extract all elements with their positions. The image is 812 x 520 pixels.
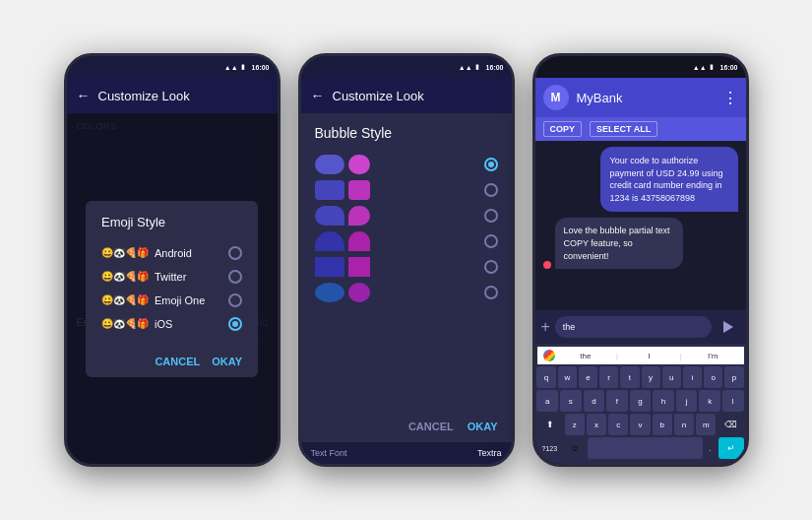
back-button-1[interactable]: ← (77, 88, 91, 103)
key-delete[interactable]: ⌫ (718, 414, 743, 435)
key-d[interactable]: d (584, 390, 605, 412)
key-s[interactable]: s (560, 390, 582, 412)
bubble-okay-button[interactable]: OKAY (468, 421, 498, 432)
key-o[interactable]: o (704, 366, 722, 388)
key-h[interactable]: h (653, 390, 674, 412)
bubble-radio-2[interactable] (484, 183, 498, 197)
bubble-shape-5a (315, 257, 344, 277)
key-a[interactable]: a (536, 390, 558, 412)
key-c[interactable]: c (608, 414, 628, 435)
status-bar-3: ▲▲ ▮ 16:00 (535, 56, 746, 78)
key-u[interactable]: u (662, 366, 681, 388)
emoji-icons-ios: 😀🐼🍕🎁 (101, 318, 149, 329)
key-numbers[interactable]: ?123 (537, 437, 563, 459)
sms-menu-icon[interactable]: ⋮ (722, 89, 738, 107)
app-title-2: Customize Look (333, 89, 424, 103)
status-icons-3: ▲▲ ▮ 16:00 (693, 63, 738, 71)
dialog-overlay-1: Emoji Style 😀🐼🍕🎁 Android (67, 113, 278, 464)
key-q[interactable]: q (536, 366, 555, 388)
key-z[interactable]: z (565, 414, 585, 435)
bubble-style-dialog: Bubble Style (301, 113, 512, 442)
key-n[interactable]: n (674, 414, 694, 435)
key-l[interactable]: l (722, 390, 744, 412)
bubble-dialog-title: Bubble Style (315, 125, 498, 141)
copy-button[interactable]: COPY (543, 121, 583, 137)
sms-input-field[interactable]: the (555, 316, 712, 338)
emoji-option-emojione[interactable]: 😀🐼🍕🎁 Emoji One (101, 289, 242, 312)
key-emoji[interactable]: ☺ (564, 437, 586, 459)
key-x[interactable]: x (587, 414, 606, 435)
emoji-option-android[interactable]: 😀🐼🍕🎁 Android (101, 241, 242, 265)
bubble-shape-5b (348, 257, 370, 277)
key-k[interactable]: k (699, 390, 720, 412)
sent-message-text-1: Your code to authorize payment of USD 24… (610, 156, 723, 203)
copy-action-bar: COPY SELECT ALL (535, 117, 746, 141)
key-w[interactable]: w (558, 366, 577, 388)
key-space[interactable] (588, 437, 702, 459)
phone3-content: M MyBank ⋮ COPY SELECT ALL Your code to … (535, 78, 746, 464)
suggestion-2[interactable]: I (624, 352, 674, 360)
bubble-option-4[interactable] (315, 231, 498, 251)
key-i[interactable]: i (683, 366, 702, 388)
key-period[interactable]: . (705, 437, 717, 459)
key-m[interactable]: m (696, 414, 716, 435)
key-enter[interactable]: ↵ (718, 437, 744, 459)
bubble-option-2[interactable] (315, 180, 498, 200)
key-shift[interactable]: ⬆ (537, 414, 563, 435)
key-t[interactable]: t (620, 366, 639, 388)
bubble-radio-3[interactable] (484, 209, 498, 223)
bubble-cancel-button[interactable]: CANCEL (408, 421, 454, 432)
bubble-radio-4[interactable] (484, 234, 498, 248)
dialog-title-1: Emoji Style (101, 215, 242, 229)
emoji-option-ios[interactable]: 😀🐼🍕🎁 iOS (101, 312, 242, 336)
app-title-1: Customize Look (98, 89, 190, 103)
suggestion-3[interactable]: I'm (688, 352, 738, 360)
sms-send-button[interactable] (717, 315, 740, 339)
okay-button-1[interactable]: OKAY (212, 356, 242, 367)
emoji-label-twitter: Twitter (155, 271, 186, 283)
cancel-button-1[interactable]: CANCEL (155, 356, 200, 367)
radio-emojione[interactable] (228, 293, 242, 307)
key-j[interactable]: j (676, 390, 698, 412)
radio-ios[interactable] (228, 317, 242, 331)
bubble-radio-6[interactable] (484, 286, 498, 299)
key-r[interactable]: r (599, 366, 618, 388)
bubble-radio-1[interactable] (484, 158, 498, 171)
key-p[interactable]: p (724, 366, 743, 388)
bubble-pair-2 (315, 180, 370, 200)
phone2-bottom-row: Text Font Textra (311, 448, 502, 458)
emoji-icons-android: 😀🐼🍕🎁 (101, 247, 149, 258)
received-message-1: Love the bubble partial text COPY featur… (555, 218, 683, 269)
bubble-option-1[interactable] (315, 155, 498, 174)
suggestion-1[interactable]: the (561, 352, 611, 360)
emoji-option-twitter[interactable]: 😀🐼🍕🎁 Twitter (101, 265, 242, 289)
recv-dot (543, 261, 551, 269)
phones-container: ▲▲ ▮ 16:00 ← Customize Look Colors Emoji… (54, 43, 759, 477)
key-f[interactable]: f (606, 390, 628, 412)
key-y[interactable]: y (642, 366, 660, 388)
phone-3: ▲▲ ▮ 16:00 M MyBank ⋮ COPY SELECT ALL (532, 53, 749, 467)
app-screen-1: Colors Emoji Style 😀🐼🍕🎁 Android (67, 113, 278, 464)
radio-twitter[interactable] (228, 270, 242, 284)
app-header-2: ← Customize Look (301, 78, 512, 113)
emoji-label-ios: iOS (155, 318, 172, 330)
recv-message-text-1: Love the bubble partial text COPY featur… (564, 226, 670, 260)
key-g[interactable]: g (630, 390, 652, 412)
key-e[interactable]: e (579, 366, 597, 388)
bubble-shape-6a (315, 283, 344, 302)
bubble-radio-5[interactable] (484, 260, 498, 274)
radio-android[interactable] (228, 246, 242, 260)
key-b[interactable]: b (653, 414, 672, 435)
google-suggestions-bar: the | I | I'm (537, 347, 744, 364)
sms-plus-icon[interactable]: + (541, 318, 550, 336)
contact-avatar: M (543, 85, 569, 110)
bubble-option-3[interactable] (315, 206, 498, 226)
key-v[interactable]: v (630, 414, 650, 435)
sms-input-area: + the (535, 310, 746, 344)
select-all-button[interactable]: SELECT ALL (590, 121, 657, 137)
bubble-option-5[interactable] (315, 257, 498, 277)
phone2-bottom-value: Textra (477, 448, 502, 458)
back-button-2[interactable]: ← (311, 88, 325, 103)
bubble-option-6[interactable] (315, 283, 498, 302)
bubble-radio-1-inner (488, 162, 494, 167)
